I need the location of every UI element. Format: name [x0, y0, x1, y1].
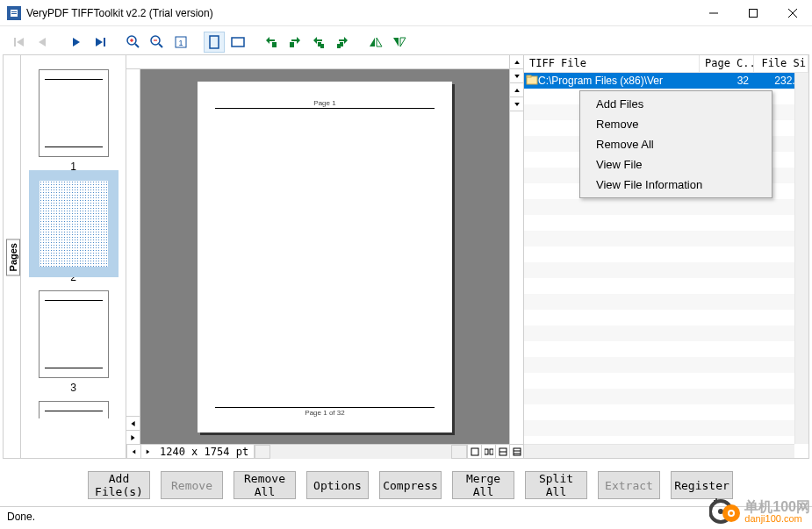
col-file[interactable]: TIFF File — [524, 55, 700, 72]
preview-opt-2[interactable] — [481, 445, 495, 459]
svg-rect-13 — [104, 38, 105, 46]
watermark-logo-icon — [709, 496, 741, 527]
zoom-in-button[interactable] — [123, 32, 144, 53]
remove-button: Remove — [161, 471, 223, 499]
svg-rect-23 — [210, 36, 219, 48]
ctx-view-file[interactable]: View File — [582, 154, 770, 175]
split-all-button[interactable]: Split All — [525, 471, 587, 499]
svg-rect-31 — [320, 44, 324, 48]
thumbnail-1-number: 1 — [21, 161, 126, 173]
pages-tab[interactable]: Pages — [4, 55, 21, 458]
thumbnail-3-number: 3 — [21, 382, 126, 394]
close-button[interactable] — [772, 0, 812, 25]
minimize-button[interactable] — [693, 0, 733, 25]
fit-page-button[interactable] — [204, 32, 225, 53]
preview-up-btn-2[interactable] — [510, 83, 523, 97]
preview-ruler-top — [126, 55, 509, 69]
thumbnail-4[interactable] — [39, 401, 109, 418]
preview-right-btn[interactable] — [126, 430, 140, 444]
svg-rect-28 — [290, 42, 294, 47]
last-page-button[interactable] — [90, 32, 111, 53]
rotate-left-button[interactable] — [261, 32, 282, 53]
maximize-button[interactable] — [733, 0, 772, 25]
preview-dimensions: 1240 x 1754 pt — [154, 446, 254, 458]
window-title: VeryPDF TIFFToolkit v2.2 (Trial version) — [26, 7, 213, 19]
ctx-remove[interactable]: Remove — [582, 114, 770, 134]
next-page-button[interactable] — [66, 32, 87, 53]
context-menu: Add Files Remove Remove All View File Vi… — [579, 90, 772, 198]
file-list-vscrollbar[interactable] — [794, 73, 808, 444]
preview-opt-3[interactable] — [495, 445, 509, 459]
svg-rect-39 — [471, 448, 478, 455]
preview-canvas[interactable]: Page 1 Page 1 of 32 — [140, 69, 509, 444]
ctx-remove-all[interactable]: Remove All — [582, 134, 770, 154]
merge-all-button[interactable]: Merge All — [452, 471, 514, 499]
svg-text:1: 1 — [178, 39, 183, 47]
file-path: C:\Program Files (x86)\Ver — [538, 75, 700, 87]
watermark-text-1: 单机100网 — [744, 500, 810, 514]
col-pages[interactable]: Page C... — [700, 55, 754, 72]
app-icon — [7, 6, 21, 20]
preview-scroll-right[interactable] — [140, 445, 154, 459]
svg-rect-44 — [514, 448, 521, 455]
flip-vertical-button[interactable] — [389, 32, 410, 53]
thumbnail-3[interactable] — [39, 290, 109, 378]
svg-marker-11 — [73, 38, 80, 46]
preview-down-btn-2[interactable] — [510, 97, 523, 111]
svg-rect-55 — [715, 498, 717, 504]
actual-size-button[interactable]: 1 — [170, 32, 191, 53]
rotate-all-right-button[interactable] — [332, 32, 353, 53]
preview-statusbar: 1240 x 1754 pt — [126, 444, 523, 458]
preview-scroll-left[interactable] — [126, 445, 140, 459]
thumbnail-2-number: 2 — [21, 271, 126, 283]
thumbnail-2[interactable] — [39, 180, 109, 268]
zoom-out-button[interactable] — [147, 32, 168, 53]
options-button[interactable]: Options — [306, 471, 369, 499]
button-bar: Add File(s) Remove Remove All Options Co… — [0, 464, 812, 506]
rotate-all-left-button[interactable] — [308, 32, 329, 53]
svg-marker-9 — [17, 38, 24, 46]
compress-button[interactable]: Compress — [379, 471, 442, 499]
fit-width-button[interactable] — [227, 32, 248, 53]
preview-left-btn[interactable] — [126, 416, 140, 430]
preview-opt-4[interactable] — [509, 445, 523, 459]
status-text: Done. — [7, 511, 35, 523]
page-header-text: Page 1 — [198, 99, 452, 107]
preview-up-btn-1[interactable] — [510, 55, 523, 69]
svg-marker-10 — [39, 38, 46, 46]
svg-marker-35 — [370, 38, 375, 46]
first-page-button[interactable] — [9, 32, 30, 53]
thumbnails-panel: 1 2 3 — [21, 55, 126, 458]
pages-tab-label: Pages — [6, 239, 20, 275]
file-row[interactable]: C:\Program Files (x86)\Ver 32 232.01 — [524, 73, 808, 89]
page-footer-text: Page 1 of 32 — [198, 409, 452, 417]
preview-hscrollbar[interactable] — [254, 445, 467, 459]
prev-page-button[interactable] — [32, 32, 54, 53]
file-list-hscrollbar[interactable] — [524, 444, 794, 458]
preview-nav-right — [509, 55, 523, 444]
svg-rect-24 — [232, 38, 244, 46]
col-size[interactable]: File Si — [754, 55, 808, 72]
svg-rect-40 — [485, 449, 488, 454]
remove-all-button[interactable]: Remove All — [234, 471, 296, 499]
preview-panel: Page 1 Page 1 of 32 1240 x 1754 pt — [126, 55, 523, 458]
svg-marker-37 — [393, 38, 399, 46]
ctx-view-info[interactable]: View File Information — [582, 175, 770, 195]
preview-opt-1[interactable] — [467, 445, 481, 459]
svg-rect-2 — [11, 11, 17, 12]
svg-point-53 — [729, 511, 733, 515]
svg-rect-8 — [14, 38, 16, 46]
thumbnail-1[interactable] — [39, 69, 109, 157]
rotate-right-button[interactable] — [284, 32, 305, 53]
preview-down-btn-1[interactable] — [510, 69, 523, 83]
add-files-button[interactable]: Add File(s) — [88, 471, 150, 499]
file-pages: 32 — [700, 75, 754, 87]
extract-button: Extract — [598, 471, 660, 499]
status-bar: Done. — [0, 506, 812, 529]
ctx-add-files[interactable]: Add Files — [582, 94, 770, 114]
svg-marker-12 — [96, 38, 103, 46]
watermark: 单机100网 danji100.com — [709, 496, 810, 527]
flip-horizontal-button[interactable] — [365, 32, 386, 53]
titlebar: VeryPDF TIFFToolkit v2.2 (Trial version) — [0, 0, 812, 26]
svg-rect-41 — [490, 449, 493, 454]
